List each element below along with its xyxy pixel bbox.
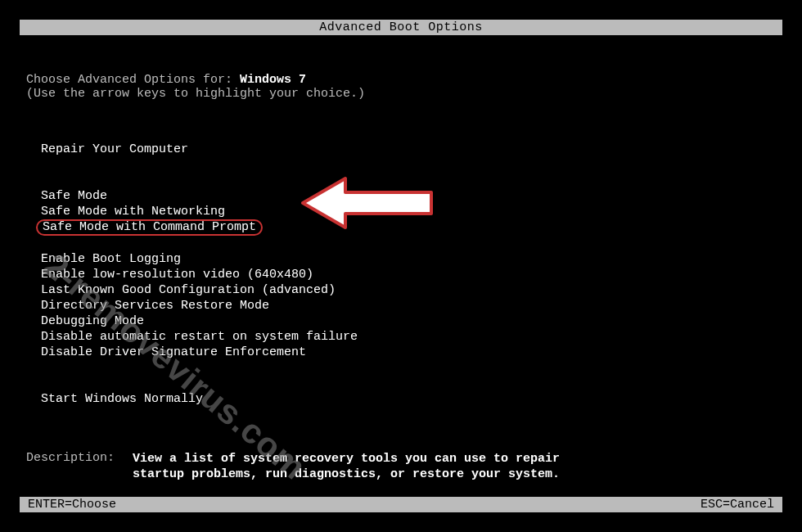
menu-item-bootlog[interactable]: Enable Boot Logging — [41, 251, 776, 267]
os-name: Windows 7 — [240, 73, 306, 87]
instruction-hint: (Use the arrow keys to highlight your ch… — [26, 87, 776, 101]
description-line1: View a list of system recovery tools you… — [133, 451, 560, 467]
highlighted-option[interactable]: Safe Mode with Command Prompt — [36, 219, 263, 236]
menu-item-safemode[interactable]: Safe Mode — [41, 188, 776, 204]
boot-menu[interactable]: Repair Your Computer Safe Mode Safe Mode… — [26, 142, 776, 407]
menu-item-norestart[interactable]: Disable automatic restart on system fail… — [41, 329, 776, 345]
menu-item-dsrm[interactable]: Directory Services Restore Mode — [41, 298, 776, 313]
menu-item-safemode-cmd[interactable]: Safe Mode with Command Prompt — [41, 219, 776, 236]
menu-item-lowres[interactable]: Enable low-resolution video (640x480) — [41, 267, 776, 282]
footer-enter: ENTER=Choose — [28, 498, 116, 512]
screen-title: Advanced Boot Options — [319, 20, 483, 34]
menu-item-safemode-net[interactable]: Safe Mode with Networking — [41, 204, 776, 219]
menu-item-repair[interactable]: Repair Your Computer — [41, 142, 776, 157]
menu-item-nodriversig[interactable]: Disable Driver Signature Enforcement — [41, 345, 776, 360]
menu-item-debug[interactable]: Debugging Mode — [41, 313, 776, 329]
menu-item-normal[interactable]: Start Windows Normally — [41, 391, 776, 407]
content-area: Choose Advanced Options for: Windows 7 (… — [20, 73, 782, 482]
title-bar: Advanced Boot Options — [20, 20, 782, 35]
boot-screen: Advanced Boot Options Choose Advanced Op… — [20, 20, 782, 512]
footer-bar: ENTER=Choose ESC=Cancel — [20, 497, 782, 512]
menu-item-lkgc[interactable]: Last Known Good Configuration (advanced) — [41, 282, 776, 298]
description-text: View a list of system recovery tools you… — [133, 451, 560, 482]
footer-esc: ESC=Cancel — [701, 498, 774, 512]
description-block: Description: View a list of system recov… — [26, 451, 776, 482]
instruction-block: Choose Advanced Options for: Windows 7 (… — [26, 73, 776, 101]
description-line2: startup problems, run diagnostics, or re… — [133, 467, 560, 482]
instruction-prefix: Choose Advanced Options for: — [26, 73, 240, 87]
instruction-line: Choose Advanced Options for: Windows 7 — [26, 73, 776, 87]
description-label: Description: — [26, 451, 133, 482]
